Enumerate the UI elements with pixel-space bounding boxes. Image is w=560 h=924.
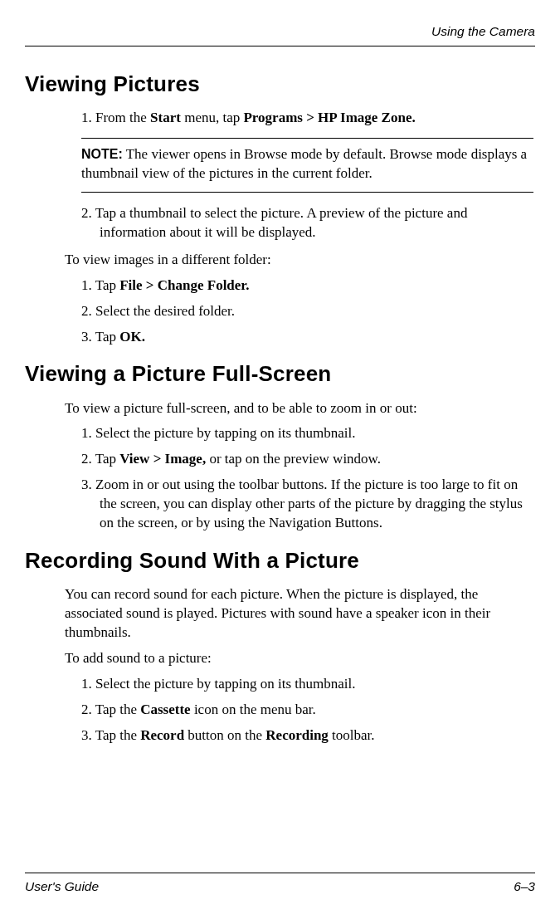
step-text: menu, tap	[181, 110, 244, 125]
footer: User's Guide 6–3	[25, 873, 535, 896]
step-number: 2.	[81, 205, 95, 221]
step-item: 2. Select the desired folder.	[81, 302, 533, 321]
page: Using the Camera Viewing Pictures 1. Fro…	[0, 0, 560, 924]
paragraph: To view a picture full-screen, and to be…	[65, 399, 533, 418]
bold-text: View > Image,	[119, 451, 206, 467]
step-number: 3.	[81, 727, 95, 743]
step-text: button on the	[184, 727, 265, 743]
step-item: 1. Select the picture by tapping on its …	[81, 675, 533, 694]
steps-list-5: 1. Select the picture by tapping on its …	[81, 675, 533, 746]
step-text: Tap	[95, 451, 120, 467]
paragraph: To add sound to a picture:	[65, 649, 533, 668]
step-text: toolbar.	[329, 727, 375, 743]
step-number: 2.	[81, 303, 95, 319]
footer-right: 6–3	[514, 878, 535, 896]
heading-fullscreen: Viewing a Picture Full-Screen	[25, 359, 535, 389]
bold-text: File > Change Folder.	[119, 277, 249, 293]
section-viewing-pictures: 1. From the Start menu, tap Programs > H…	[81, 109, 533, 346]
step-item: 1. Tap File > Change Folder.	[81, 276, 533, 296]
step-number: 3.	[81, 477, 95, 492]
step-text: From the	[95, 110, 150, 125]
step-text: Select the picture by tapping on its thu…	[95, 425, 356, 441]
step-number: 1.	[81, 676, 95, 692]
step-text: Tap the	[95, 702, 141, 717]
step-number: 1.	[81, 425, 95, 441]
paragraph: You can record sound for each picture. W…	[65, 585, 533, 643]
section-recording: You can record sound for each picture. W…	[81, 585, 533, 746]
steps-list-2: 2. Tap a thumbnail to select the picture…	[81, 204, 533, 242]
steps-list-4: 1. Select the picture by tapping on its …	[81, 424, 533, 533]
step-item: 3. Zoom in or out using the toolbar butt…	[81, 476, 533, 533]
step-item: 2. Tap the Cassette icon on the menu bar…	[81, 701, 533, 720]
bold-text: OK.	[119, 329, 145, 345]
step-text: Tap	[95, 277, 120, 293]
section-fullscreen: To view a picture full-screen, and to be…	[81, 399, 533, 534]
heading-viewing-pictures: Viewing Pictures	[25, 70, 535, 99]
step-text: Tap	[95, 329, 120, 345]
step-number: 3.	[81, 329, 95, 345]
step-text: or tap on the preview window.	[206, 451, 381, 467]
step-item: 2. Tap a thumbnail to select the picture…	[81, 204, 533, 242]
steps-list-3: 1. Tap File > Change Folder. 2. Select t…	[81, 276, 533, 347]
step-text: Zoom in or out using the toolbar buttons…	[95, 477, 523, 530]
step-number: 2.	[81, 451, 95, 467]
step-item: 2. Tap View > Image, or tap on the previ…	[81, 450, 533, 469]
bold-text: Record	[140, 727, 184, 743]
content: Viewing Pictures 1. From the Start menu,…	[25, 70, 535, 873]
step-text: icon on the menu bar.	[191, 702, 316, 717]
step-text: Select the desired folder.	[95, 303, 235, 319]
step-item: 1. Select the picture by tapping on its …	[81, 424, 533, 443]
bold-text: Start	[150, 110, 181, 125]
step-item: 1. From the Start menu, tap Programs > H…	[81, 109, 533, 128]
note-label: NOTE:	[81, 147, 123, 161]
step-text: Tap a thumbnail to select the picture. A…	[95, 205, 468, 240]
step-item: 3. Tap the Record button on the Recordin…	[81, 726, 533, 746]
steps-list-1: 1. From the Start menu, tap Programs > H…	[81, 109, 533, 128]
note-body: The viewer opens in Browse mode by defau…	[81, 146, 527, 181]
bold-text: Recording	[265, 727, 329, 743]
step-text: Tap the	[95, 727, 141, 743]
note-box: NOTE: The viewer opens in Browse mode by…	[81, 138, 533, 193]
step-text: Select the picture by tapping on its thu…	[95, 676, 356, 692]
step-number: 2.	[81, 702, 95, 717]
paragraph: To view images in a different folder:	[65, 251, 533, 270]
bold-text: Cassette	[140, 702, 190, 717]
heading-recording: Recording Sound With a Picture	[25, 546, 535, 575]
step-number: 1.	[81, 277, 95, 293]
bold-text: Programs > HP Image Zone.	[243, 110, 415, 125]
footer-left: User's Guide	[25, 878, 99, 896]
step-item: 3. Tap OK.	[81, 328, 533, 347]
step-number: 1.	[81, 110, 95, 125]
running-header: Using the Camera	[25, 23, 535, 46]
